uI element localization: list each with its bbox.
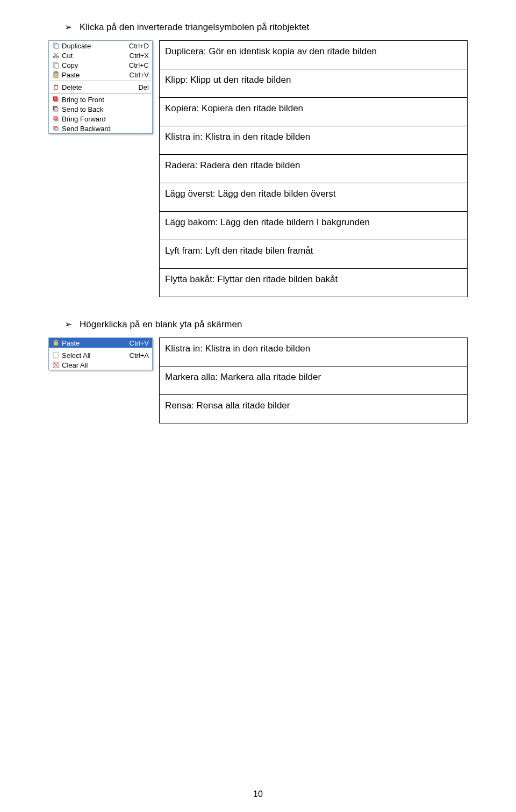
menu-item-select-all[interactable]: Select All Ctrl+A [49, 350, 152, 360]
svg-rect-23 [53, 353, 59, 358]
desc-duplicera: Duplicera: Gör en identisk kopia av den … [160, 41, 468, 69]
desc-flytta-bakat: Flytta bakåt: Flyttar den ritade bilden … [160, 269, 468, 297]
desc-markera-alla: Markera alla: Markera alla ritade bilder [160, 367, 468, 395]
context-menu-2: Paste Ctrl+V Select All Ctrl+A Clear All [48, 337, 153, 370]
svg-rect-9 [55, 71, 57, 73]
svg-rect-16 [54, 107, 58, 111]
menu-item-shortcut: Ctrl+D [129, 42, 149, 50]
svg-rect-14 [53, 97, 57, 100]
svg-rect-10 [54, 85, 58, 90]
svg-rect-1 [55, 44, 59, 48]
menu-item-shortcut: Ctrl+X [130, 52, 149, 60]
menu-item-label: Duplicate [62, 42, 129, 50]
copy-icon [51, 61, 61, 69]
svg-rect-20 [55, 127, 58, 131]
menu-item-label: Bring to Front [62, 96, 149, 104]
desc-rensa: Rensa: Rensa alla ritade bilder [160, 395, 468, 423]
desc-klistra: Klistra in: Klistra in den ritade bilden [160, 338, 468, 367]
menu-item-label: Send Backward [62, 125, 149, 133]
section1-heading: Klicka på den inverterade triangelsymbol… [80, 22, 309, 32]
menu-item-label: Copy [62, 61, 129, 69]
desc-lagg-overst: Lägg överst: Lägg den ritade bilden över… [160, 183, 468, 212]
menu-item-shortcut: Del [138, 83, 149, 91]
delete-icon [51, 83, 61, 91]
menu-item-bring-to-front[interactable]: Bring to Front [49, 95, 152, 104]
bring-to-front-icon [51, 95, 61, 104]
section2-row: Paste Ctrl+V Select All Ctrl+A Clear All [48, 337, 468, 423]
svg-rect-22 [55, 340, 57, 341]
menu-item-cut[interactable]: Cut Ctrl+X [49, 51, 152, 60]
bullet-chevron-icon: ➢ [64, 319, 72, 329]
section1-heading-line: ➢Klicka på den inverterade triangelsymbo… [64, 21, 468, 33]
menu-item-delete[interactable]: Delete Del [49, 82, 152, 92]
paste-icon [51, 70, 61, 79]
menu-item-shortcut: Ctrl+V [130, 339, 149, 347]
desc-kopiera: Kopiera: Kopiera den ritade bilden [160, 98, 468, 126]
page-number: 10 [0, 789, 516, 799]
desc-lagg-bakom: Lägg bakom: Lägg den ritade bildern I ba… [160, 212, 468, 240]
section1-description-table: Duplicera: Gör en identisk kopia av den … [159, 40, 468, 297]
menu-item-paste[interactable]: Paste Ctrl+V [49, 70, 152, 80]
svg-line-5 [54, 53, 58, 57]
menu-item-label: Send to Back [62, 105, 149, 113]
menu-item-label: Paste [62, 339, 130, 347]
menu-item-shortcut: Ctrl+A [130, 351, 149, 360]
menu-item-label: Delete [62, 83, 138, 91]
bring-forward-icon [51, 114, 61, 123]
menu-separator [50, 81, 151, 81]
menu-item-paste[interactable]: Paste Ctrl+V [49, 338, 152, 348]
desc-klipp: Klipp: Klipp ut den ritade bilden [160, 69, 468, 98]
scissors-icon [51, 51, 61, 60]
section1-row: Duplicate Ctrl+D Cut Ctrl+X Copy Ctrl+C [48, 40, 468, 297]
section2-heading-line: ➢Högerklicka på en blank yta på skärmen [64, 319, 468, 330]
menu-item-label: Select All [62, 351, 130, 360]
menu-item-label: Clear All [62, 361, 149, 369]
menu-item-copy[interactable]: Copy Ctrl+C [49, 60, 152, 70]
menu-item-send-backward[interactable]: Send Backward [49, 124, 152, 133]
svg-rect-18 [54, 117, 57, 120]
menu-separator [50, 93, 151, 94]
send-to-back-icon [51, 105, 61, 113]
select-all-icon [51, 351, 61, 360]
section2-heading: Högerklicka på en blank yta på skärmen [80, 319, 242, 329]
menu-item-label: Bring Forward [62, 115, 149, 123]
clear-all-icon [51, 361, 61, 369]
context-menu-1: Duplicate Ctrl+D Cut Ctrl+X Copy Ctrl+C [48, 40, 153, 134]
menu-item-send-to-back[interactable]: Send to Back [49, 104, 152, 114]
bullet-chevron-icon: ➢ [64, 22, 72, 32]
menu-item-label: Paste [62, 71, 130, 79]
duplicate-icon [51, 41, 61, 50]
paste-icon [51, 339, 61, 347]
menu-item-label: Cut [62, 52, 130, 60]
menu-item-duplicate[interactable]: Duplicate Ctrl+D [49, 41, 152, 51]
menu-item-bring-forward[interactable]: Bring Forward [49, 114, 152, 124]
svg-line-4 [54, 53, 58, 57]
menu-item-shortcut: Ctrl+C [129, 61, 149, 69]
svg-rect-7 [55, 63, 59, 68]
page: ➢Klicka på den inverterade triangelsymbo… [0, 0, 516, 812]
menu-separator [50, 349, 151, 349]
desc-radera: Radera: Radera den ritade bilden [160, 155, 468, 183]
send-backward-icon [51, 124, 61, 133]
menu-item-clear-all[interactable]: Clear All [49, 360, 152, 370]
section2-description-table: Klistra in: Klistra in den ritade bilden… [159, 337, 468, 423]
desc-klistra: Klistra in: Klistra in den ritade bilden [160, 126, 468, 155]
menu-item-shortcut: Ctrl+V [130, 71, 149, 79]
desc-lyft-fram: Lyft fram: Lyft den ritade bilen framåt [160, 240, 468, 269]
